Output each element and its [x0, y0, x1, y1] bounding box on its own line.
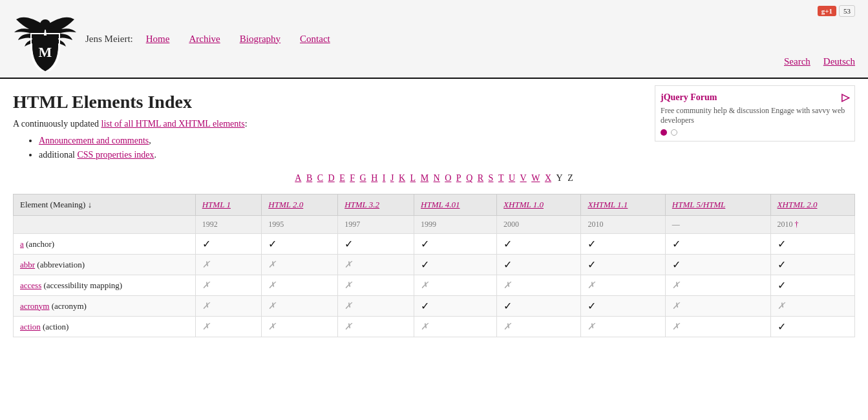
- svg-text:M: M: [39, 44, 52, 60]
- col-html5: HTML 5/HTML: [665, 194, 770, 216]
- val-acronym-7: ✗: [665, 296, 770, 317]
- site-logo[interactable]: M: [13, 6, 78, 71]
- alpha-G[interactable]: G: [360, 173, 366, 183]
- alpha-I[interactable]: I: [383, 173, 386, 183]
- alpha-W[interactable]: W: [531, 173, 540, 183]
- xhtml20-link[interactable]: XHTML 2.0: [778, 200, 818, 209]
- alpha-S[interactable]: S: [489, 173, 494, 183]
- site-author: Jens Meiert:: [85, 34, 133, 45]
- col-xhtml10: XHTML 1.0: [497, 194, 581, 216]
- site-header: g+1 53 M Jens Meiert:: [0, 0, 868, 79]
- nav-deutsch[interactable]: Deutsch: [823, 56, 855, 67]
- nav-home[interactable]: Home: [146, 34, 170, 45]
- val-abbr-3: ✗: [338, 255, 414, 275]
- html401-link[interactable]: HTML 4.01: [421, 200, 460, 209]
- nav-contact[interactable]: Contact: [300, 34, 330, 45]
- alpha-U[interactable]: U: [509, 173, 515, 183]
- val-abbr-8: ✓: [770, 255, 854, 275]
- val-access-3: ✗: [338, 275, 414, 296]
- val-a-8: ✓: [770, 234, 854, 255]
- element-link-action[interactable]: action: [20, 322, 41, 331]
- nav-search[interactable]: Search: [784, 56, 810, 67]
- html32-link[interactable]: HTML 3.2: [344, 200, 379, 209]
- alpha-D[interactable]: D: [328, 173, 335, 183]
- alpha-X[interactable]: X: [545, 173, 551, 183]
- col-html2: HTML 2.0: [262, 194, 338, 216]
- xhtml11-link[interactable]: XHTML 1.1: [587, 200, 628, 209]
- alpha-H[interactable]: H: [371, 173, 377, 183]
- alpha-A[interactable]: A: [295, 173, 301, 183]
- html2-link[interactable]: HTML 2.0: [268, 200, 303, 209]
- val-abbr-4: ✓: [414, 255, 497, 275]
- element-cell: access (accessibility mapping): [14, 275, 196, 296]
- element-cell: abbr (abbreviation): [14, 255, 196, 275]
- val-access-1: ✗: [195, 275, 262, 296]
- val-abbr-2: ✗: [262, 255, 338, 275]
- html5-link[interactable]: HTML 5/HTML: [672, 200, 725, 209]
- css-index-link[interactable]: CSS properties index: [78, 150, 154, 160]
- val-a-7: ✓: [665, 234, 770, 255]
- ad-description: Free community help & discussion Engage …: [661, 106, 849, 125]
- val-a-6: ✓: [581, 234, 665, 255]
- table-row: a (anchor) ✓ ✓ ✓ ✓ ✓ ✓ ✓ ✓: [14, 234, 855, 255]
- ad-widget: jQuery Forum ▷ Free community help & dis…: [655, 85, 855, 142]
- alpha-V[interactable]: V: [520, 173, 527, 183]
- alpha-F[interactable]: F: [350, 173, 355, 183]
- col-html1: HTML 1: [195, 194, 262, 216]
- element-cell: action (action): [14, 317, 196, 337]
- alpha-N[interactable]: N: [434, 173, 440, 183]
- col-html401: HTML 4.01: [414, 194, 497, 216]
- val-access-4: ✗: [414, 275, 497, 296]
- table-row: access (accessibility mapping) ✗ ✗ ✗ ✗ ✗…: [14, 275, 855, 296]
- val-access-5: ✗: [497, 275, 581, 296]
- html1-link[interactable]: HTML 1: [202, 200, 231, 209]
- val-acronym-6: ✓: [581, 296, 665, 317]
- alpha-O[interactable]: O: [445, 173, 451, 183]
- val-access-8: ✓: [770, 275, 854, 296]
- alpha-K[interactable]: K: [399, 173, 405, 183]
- element-cell: a (anchor): [14, 234, 196, 255]
- alpha-R[interactable]: R: [478, 173, 483, 183]
- val-action-6: ✗: [581, 317, 665, 337]
- list-item: additional CSS properties index.: [39, 150, 855, 160]
- alpha-B[interactable]: B: [306, 173, 312, 183]
- elements-table: Element (Meaning) ↓ HTML 1 HTML 2.0 HTML…: [13, 194, 855, 337]
- val-access-7: ✗: [665, 275, 770, 296]
- alpha-L[interactable]: L: [410, 173, 416, 183]
- table-body: a (anchor) ✓ ✓ ✓ ✓ ✓ ✓ ✓ ✓ abbr (abbrevi…: [14, 234, 855, 337]
- ad-play-icon: ▷: [842, 91, 849, 103]
- year-1997: 1997: [338, 216, 414, 234]
- main-content: jQuery Forum ▷ Free community help & dis…: [0, 79, 868, 350]
- gplus-button[interactable]: g+1: [818, 6, 836, 16]
- alpha-J[interactable]: J: [390, 173, 394, 183]
- alpha-T[interactable]: T: [498, 173, 504, 183]
- nav-biography[interactable]: Biography: [240, 34, 281, 45]
- alpha-M[interactable]: M: [421, 173, 429, 183]
- val-access-2: ✗: [262, 275, 338, 296]
- xhtml10-link[interactable]: XHTML 1.0: [503, 200, 544, 209]
- element-link-access[interactable]: access: [20, 280, 41, 290]
- val-acronym-2: ✗: [262, 296, 338, 317]
- val-abbr-7: ✓: [665, 255, 770, 275]
- val-a-2: ✓: [262, 234, 338, 255]
- element-link-a[interactable]: a: [20, 239, 24, 249]
- ad-dot-2[interactable]: [671, 129, 677, 136]
- alpha-E[interactable]: E: [339, 173, 345, 183]
- element-link-abbr[interactable]: abbr: [20, 260, 35, 269]
- col-html32: HTML 3.2: [338, 194, 414, 216]
- intro-link[interactable]: list of all HTML and XHTML elements: [101, 119, 245, 129]
- element-link-acronym[interactable]: acronym: [20, 301, 49, 311]
- nav-archive[interactable]: Archive: [189, 34, 220, 45]
- val-acronym-4: ✓: [414, 296, 497, 317]
- gplus-badge: g+1 53: [818, 5, 855, 17]
- ad-dot-1[interactable]: [661, 129, 667, 136]
- announcement-link[interactable]: Announcement and comments: [39, 136, 149, 145]
- ad-title[interactable]: jQuery Forum ▷: [661, 91, 849, 103]
- ad-dots: [661, 129, 849, 136]
- alpha-Q[interactable]: Q: [466, 173, 472, 183]
- val-acronym-1: ✗: [195, 296, 262, 317]
- alpha-P[interactable]: P: [456, 173, 461, 183]
- year-1999: 1999: [414, 216, 497, 234]
- col-xhtml20: XHTML 2.0: [770, 194, 854, 216]
- alpha-C[interactable]: C: [317, 173, 323, 183]
